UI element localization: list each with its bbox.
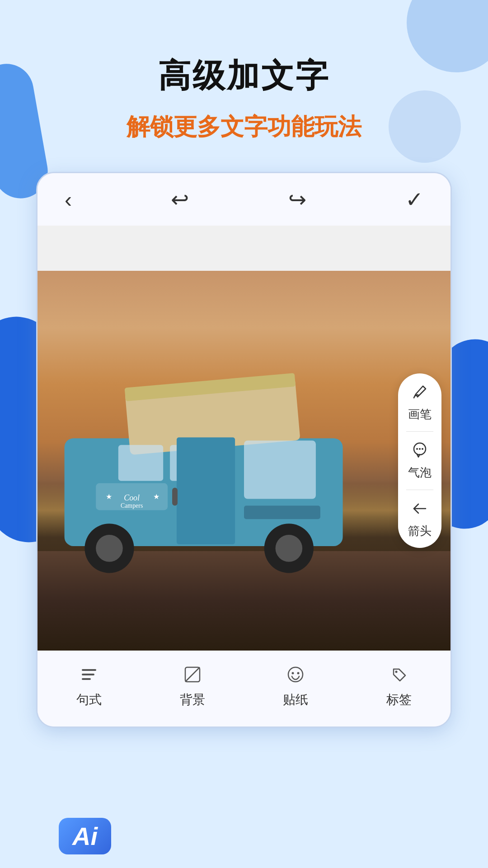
- tag-button[interactable]: 标签: [386, 665, 412, 708]
- svg-point-8: [96, 535, 123, 562]
- svg-rect-4: [118, 445, 163, 481]
- undo-button[interactable]: ↩: [171, 187, 189, 212]
- page-header: 高级加文字 解锁更多文字功能玩法: [0, 0, 488, 143]
- svg-point-19: [416, 448, 418, 450]
- side-tools-menu: 画笔 气泡: [398, 373, 441, 548]
- svg-text:Campers: Campers: [121, 502, 143, 509]
- sentence-style-button[interactable]: 句式: [76, 665, 102, 708]
- svg-point-10: [276, 535, 303, 562]
- editor-card: ‹ ↩ ↪ ✓: [36, 172, 452, 728]
- brush-icon: [410, 382, 429, 405]
- van-illustration: Cool Campers ★ ★: [38, 357, 450, 583]
- sticker-button[interactable]: 贴纸: [283, 665, 308, 708]
- subtitle: 解锁更多文字功能玩法: [0, 111, 488, 143]
- svg-rect-3: [244, 440, 316, 499]
- main-title: 高级加文字: [0, 54, 488, 98]
- bubble-tool[interactable]: 气泡: [408, 441, 432, 481]
- ai-badge[interactable]: Ai: [59, 818, 111, 854]
- canvas-top-area: [38, 226, 450, 271]
- image-canvas[interactable]: Cool Campers ★ ★ 画笔: [38, 271, 450, 651]
- back-button[interactable]: ‹: [65, 187, 72, 212]
- bottom-toolbar: 句式 背景 贴纸: [38, 651, 450, 726]
- sentence-style-icon: [80, 665, 98, 688]
- svg-rect-23: [82, 674, 94, 675]
- redo-button[interactable]: ↪: [288, 187, 306, 212]
- arrow-icon: [410, 499, 429, 521]
- sticker-icon: [286, 665, 305, 688]
- svg-point-28: [292, 672, 294, 675]
- svg-line-26: [185, 667, 200, 682]
- background-icon: [183, 665, 202, 688]
- svg-rect-24: [82, 678, 91, 680]
- ai-text: Ai: [72, 822, 98, 850]
- brush-tool[interactable]: 画笔: [408, 382, 432, 422]
- svg-point-29: [297, 672, 300, 675]
- background-image: Cool Campers ★ ★: [38, 271, 450, 651]
- sticker-label: 贴纸: [283, 691, 308, 708]
- background-label: 背景: [180, 691, 205, 708]
- sentence-style-label: 句式: [76, 691, 102, 708]
- svg-rect-17: [172, 488, 178, 506]
- confirm-button[interactable]: ✓: [405, 187, 423, 212]
- svg-point-21: [422, 448, 423, 450]
- menu-divider-1: [406, 431, 433, 432]
- svg-rect-11: [244, 505, 320, 519]
- brush-label: 画笔: [408, 406, 432, 422]
- svg-point-20: [419, 448, 421, 450]
- tag-label: 标签: [386, 691, 412, 708]
- tag-icon: [390, 665, 408, 688]
- svg-rect-22: [82, 669, 96, 671]
- background-button[interactable]: 背景: [180, 665, 205, 708]
- svg-text:★: ★: [106, 493, 112, 500]
- svg-point-30: [395, 671, 397, 673]
- svg-rect-6: [177, 437, 235, 544]
- svg-text:★: ★: [153, 493, 160, 500]
- menu-divider-2: [406, 490, 433, 490]
- bubble-label: 气泡: [408, 465, 432, 481]
- editor-toolbar: ‹ ↩ ↪ ✓: [38, 173, 450, 226]
- svg-text:Cool: Cool: [124, 493, 140, 502]
- bubble-icon: [410, 441, 429, 463]
- arrow-tool[interactable]: 箭头: [408, 499, 432, 539]
- arrow-label: 箭头: [408, 523, 432, 539]
